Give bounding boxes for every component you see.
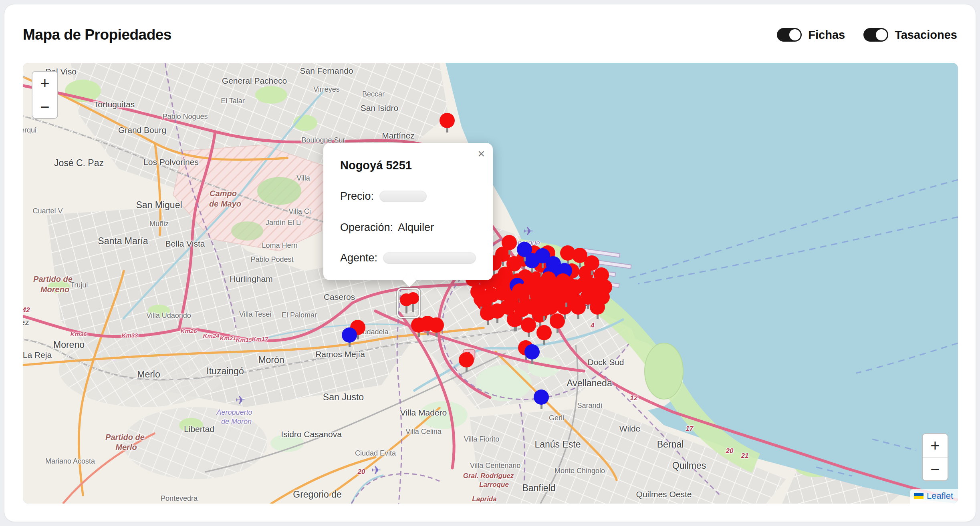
toggle-fichas-switch[interactable] (777, 28, 802, 42)
property-marker-blue[interactable] (517, 242, 532, 257)
property-marker-blue[interactable] (342, 327, 357, 343)
popup-price-redacted-value (379, 191, 427, 202)
toggle-fichas[interactable]: Fichas (777, 28, 845, 42)
property-marker-red[interactable] (550, 313, 565, 329)
layer-toggles: Fichas Tasaciones (777, 28, 957, 42)
zoom-control-secondary: + − (922, 433, 948, 481)
selected-marker-ring (397, 288, 420, 318)
toggle-tasaciones-switch[interactable] (863, 28, 888, 42)
toggle-fichas-label: Fichas (808, 28, 845, 42)
zoom-out-button[interactable]: − (32, 95, 57, 118)
popup-title: Nogoyá 5251 (340, 159, 412, 172)
toggle-knob-icon (788, 28, 801, 41)
zoom-out-button-secondary[interactable]: − (923, 457, 948, 480)
popup-close-button[interactable]: × (478, 148, 485, 160)
property-marker-red[interactable] (480, 305, 495, 321)
map-canvas[interactable]: a LidoerquiDel VisoGeneral PachecoSan Fe… (23, 63, 958, 504)
zoom-control: + − (32, 71, 58, 119)
map-popup: × Nogoyá 5251 Precio: Operación: Alquile… (323, 143, 493, 280)
property-marker-red[interactable] (440, 113, 455, 128)
leaflet-link[interactable]: Leaflet (927, 491, 953, 501)
toggle-knob-icon (875, 28, 888, 41)
popup-operation-label: Operación: (340, 221, 393, 234)
property-marker-red[interactable] (502, 235, 517, 250)
property-marker-red[interactable] (459, 352, 474, 367)
zoom-in-button[interactable]: + (32, 72, 57, 95)
property-marker-red[interactable] (559, 287, 574, 303)
map-markers-layer (23, 63, 958, 504)
property-marker-blue[interactable] (524, 344, 540, 359)
toggle-tasaciones[interactable]: Tasaciones (863, 28, 957, 42)
popup-operation-value: Alquiler (398, 221, 434, 234)
property-marker-red[interactable] (429, 317, 444, 333)
property-marker-red[interactable] (507, 312, 522, 327)
property-marker-red[interactable] (474, 291, 489, 307)
map-attribution: Leaflet (910, 489, 958, 504)
properties-map-card: Mapa de Propiedades Fichas Tasaciones (4, 4, 976, 522)
property-marker-blue[interactable] (534, 389, 549, 405)
property-marker-red[interactable] (590, 299, 605, 315)
page-title: Mapa de Propiedades (23, 26, 171, 43)
property-marker-red[interactable] (536, 325, 552, 340)
ukraine-flag-icon (914, 493, 924, 499)
popup-agent-redacted-value (383, 252, 476, 264)
zoom-in-button-secondary[interactable]: + (923, 434, 948, 457)
card-header: Mapa de Propiedades Fichas Tasaciones (23, 16, 957, 54)
property-marker-red[interactable] (536, 301, 552, 316)
popup-agent-label: Agente: (340, 252, 377, 264)
popup-price-label: Precio: (340, 190, 374, 203)
page: Mapa de Propiedades Fichas Tasaciones (0, 0, 980, 526)
toggle-tasaciones-label: Tasaciones (895, 28, 957, 42)
